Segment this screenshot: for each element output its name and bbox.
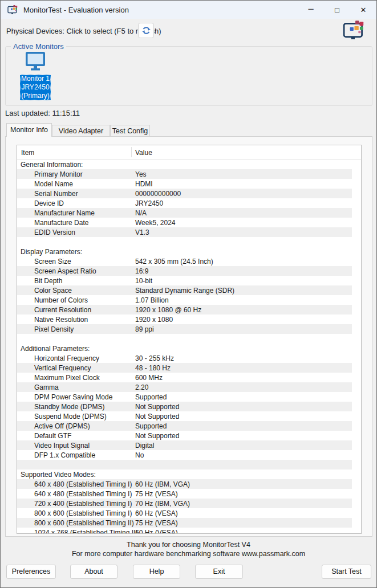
tab-monitor-info[interactable]: Monitor Info [6, 123, 52, 137]
title-bar: MonitorTest - Evaluation version ─ □ ✕ [1, 1, 376, 19]
toolbar: Physical Devices: Click to select (F5 to… [1, 19, 376, 44]
row-item-label: Maximum Pixel Clock [34, 374, 100, 382]
table-row: Manufacture DateWeek5, 2024 [17, 218, 361, 227]
row-value: 75 Hz (VESA) [135, 490, 178, 498]
table-row: 640 x 480 (Established Timing I)60 Hz (I… [17, 479, 361, 489]
active-monitors-title: Active Monitors [11, 42, 66, 51]
row-section-label: General Information: [21, 161, 83, 169]
table-row [17, 237, 361, 247]
row-item-label: Model Name [34, 180, 73, 188]
table-row: Bit Depth10-bit [17, 276, 361, 285]
table-body: General Information:Primary MonitorYesMo… [17, 160, 361, 533]
row-value: 16:9 [135, 267, 148, 275]
preferences-button[interactable]: Preferences [6, 565, 56, 579]
table-row: 800 x 600 (Established Timing II)75 Hz (… [17, 518, 361, 528]
table-row: Gamma2.20 [17, 382, 361, 392]
row-item-label: Primary Monitor [34, 170, 83, 178]
footer-line-2: For more computer hardware benchmarking … [1, 549, 376, 558]
table-row: Current Resolution1920 x 1080 @ 60 Hz [17, 305, 361, 315]
row-section-label: Supported Video Modes: [21, 471, 96, 479]
about-button[interactable]: About [70, 565, 117, 579]
refresh-button[interactable] [138, 23, 154, 38]
table-row: Display Parameters: [17, 247, 361, 256]
row-value: 10-bit [135, 277, 152, 285]
table-row: Model NameHDMI [17, 179, 361, 189]
maximize-button[interactable]: □ [324, 1, 350, 19]
exit-button[interactable]: Exit [195, 565, 243, 579]
row-value: Supported [135, 393, 167, 401]
table-row: DPM Power Saving ModeSupported [17, 392, 361, 402]
row-item-label: 640 x 480 (Established Timing I) [34, 490, 132, 498]
table-row: Serial Number000000000000 [17, 189, 361, 198]
row-value: 30 - 255 kHz [135, 354, 174, 362]
row-item-label: 720 x 400 (Established Timing I) [34, 500, 132, 508]
table-row: Primary MonitorYes [17, 169, 361, 179]
row-value: HDMI [135, 180, 153, 188]
row-item-label: DPM Power Saving Mode [34, 393, 112, 401]
footer-line-1: Thank you for choosing MonitorTest V4 [1, 540, 376, 549]
row-section-label: Additional Parameters: [21, 345, 90, 353]
footer-message: Thank you for choosing MonitorTest V4 Fo… [1, 540, 376, 558]
row-item-label: Native Resolution [34, 316, 88, 324]
row-item-label: Standby Mode (DPMS) [34, 403, 104, 411]
row-value: 60 Hz (VESA) [135, 509, 178, 517]
row-section-label: Display Parameters: [21, 248, 82, 256]
row-value: 70 Hz (IBM, VGA) [135, 500, 190, 508]
table-row: Active Off (DPMS)Supported [17, 421, 361, 431]
table-row: 640 x 480 (Established Timing I)75 Hz (V… [17, 489, 361, 499]
row-item-label: 1024 x 768 (Established Timing II) [34, 529, 137, 533]
monitor-item[interactable]: Monitor 1 JRY2450 (Primary) [19, 51, 51, 100]
row-value: Not Supported [135, 432, 179, 440]
row-value: V1.3 [135, 228, 149, 236]
row-value: Digital [135, 442, 154, 450]
column-separator [131, 147, 132, 157]
start-test-button[interactable]: Start Test [322, 565, 371, 579]
button-bar: Preferences About Help Exit Start Test [1, 565, 376, 579]
row-value: No [135, 451, 144, 459]
row-item-label: Default GTF [34, 432, 71, 440]
row-value: Not Supported [135, 403, 179, 411]
minimize-button[interactable]: ─ [298, 1, 324, 19]
active-monitors-group: Active Monitors Monitor 1 JRY2450 (Prima… [5, 46, 372, 106]
row-value: Supported [135, 422, 167, 430]
table-row: Screen Size542 x 305 mm (24.5 Inch) [17, 256, 361, 266]
table-row: Maximum Pixel Clock600 MHz [17, 373, 361, 382]
monitor-info-panel: Item Value General Information:Primary M… [5, 136, 372, 537]
table-row: Native Resolution1920 x 1080 [17, 315, 361, 324]
row-item-label: Gamma [34, 383, 59, 391]
table-row: Pixel Density89 ppi [17, 324, 361, 334]
table-row: Color SpaceStandard Dynamic Range (SDR) [17, 285, 361, 295]
close-button[interactable]: ✕ [350, 1, 376, 19]
table-row: Number of Colors1.07 Billion [17, 295, 361, 305]
monitor-label[interactable]: Monitor 1 JRY2450 (Primary) [20, 75, 51, 100]
tab-video-adapter-info[interactable]: Video Adapter Info [52, 125, 110, 136]
row-item-label: Manufacturer Name [34, 209, 95, 217]
row-value: 1920 x 1080 [135, 316, 173, 324]
table-row [17, 460, 361, 469]
row-value: 89 ppi [135, 325, 154, 333]
row-item-label: Active Off (DPMS) [34, 422, 90, 430]
row-item-label: Vertical Frequency [34, 364, 91, 372]
table-row: General Information: [17, 160, 361, 169]
row-value: N/A [135, 209, 147, 217]
monitortest-logo-icon [343, 20, 367, 40]
row-item-label: Screen Aspect Ratio [34, 267, 96, 275]
table-header: Item Value [17, 145, 361, 160]
row-value: JRY2450 [135, 199, 163, 207]
tab-test-config[interactable]: Test Config [110, 125, 150, 136]
monitor-icon [25, 51, 46, 71]
row-value: Not Supported [135, 413, 179, 420]
row-item-label: Current Resolution [34, 306, 91, 314]
table-row: Standby Mode (DPMS)Not Supported [17, 402, 361, 411]
last-updated-text: Last updated: 11:15:11 [5, 109, 80, 117]
row-item-label: 640 x 480 (Established Timing I) [34, 480, 132, 488]
row-item-label: DFP 1.x Compatible [34, 451, 95, 459]
row-item-label: Pixel Density [34, 325, 74, 333]
help-button[interactable]: Help [133, 565, 180, 579]
row-value: Yes [135, 170, 147, 178]
row-value: 48 - 180 Hz [135, 364, 171, 372]
refresh-icon [141, 26, 151, 35]
table-row: Additional Parameters: [17, 344, 361, 353]
row-item-label: Serial Number [34, 190, 78, 198]
row-item-label: Horizontal Frequency [34, 354, 99, 362]
